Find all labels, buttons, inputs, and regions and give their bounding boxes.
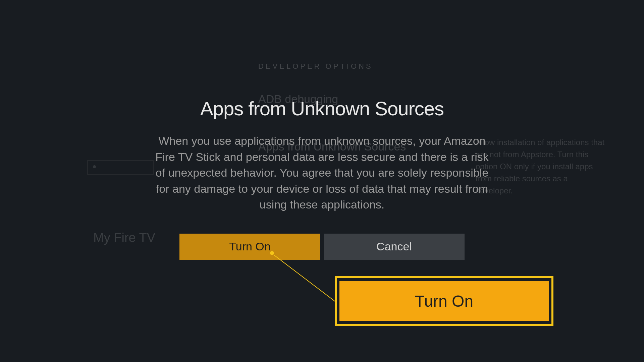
annotation-callout-frame: Turn On xyxy=(335,276,553,326)
background-sidebar-label: My Fire TV xyxy=(93,231,155,245)
cancel-button[interactable]: Cancel xyxy=(324,234,465,260)
annotation-connector-dot xyxy=(270,251,274,255)
dialog-title: Apps from Unknown Sources xyxy=(154,97,490,120)
turn-on-button[interactable]: Turn On xyxy=(179,234,320,260)
dialog-button-row: Turn On Cancel xyxy=(154,234,490,260)
background-help-text: Allow installation of applications that … xyxy=(476,136,606,197)
background-sidebar-box xyxy=(87,160,154,175)
background-sidebar-dot xyxy=(93,165,96,168)
dialog-body-text: When you use applications from unknown s… xyxy=(154,133,490,213)
background-header: DEVELOPER OPTIONS xyxy=(258,62,373,71)
confirmation-dialog: Apps from Unknown Sources When you use a… xyxy=(154,97,490,260)
annotation-callout-button: Turn On xyxy=(339,281,549,321)
